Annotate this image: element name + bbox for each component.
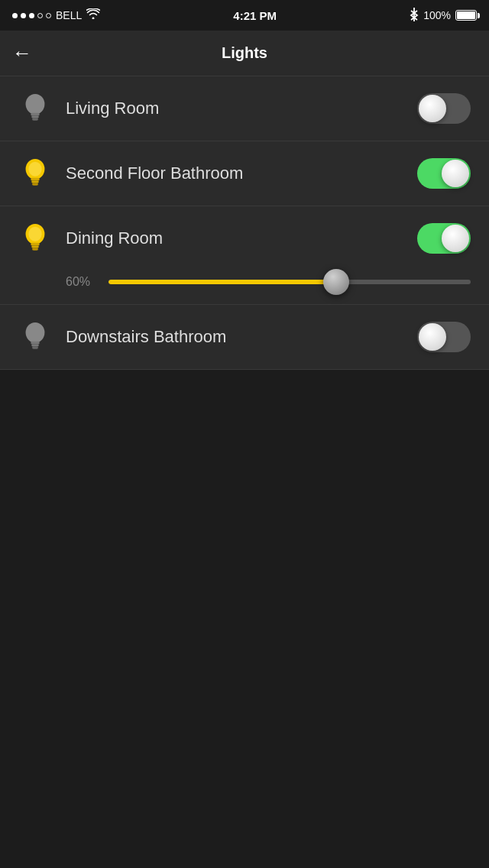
list-item: Downstairs Bathroom — [0, 305, 489, 370]
svg-point-1 — [26, 94, 45, 115]
toggle-knob — [442, 160, 469, 187]
slider-track-container[interactable] — [108, 280, 471, 284]
back-arrow-icon: ← — [12, 41, 32, 65]
toggle-dining-room[interactable] — [417, 223, 471, 254]
slider-fill — [108, 280, 325, 284]
back-button[interactable]: ← — [12, 41, 32, 65]
toggle-downstairs[interactable] — [417, 322, 471, 352]
list-item: Dining Room 60% — [0, 206, 489, 305]
battery-percent: 100% — [423, 9, 451, 21]
light-name-downstairs: Downstairs Bathroom — [66, 326, 403, 348]
svg-point-7 — [28, 162, 41, 177]
brightness-label: 60% — [66, 275, 98, 289]
svg-rect-20 — [31, 345, 39, 347]
bulb-icon-living-room — [18, 92, 52, 125]
svg-rect-14 — [31, 243, 39, 246]
list-item: Second Floor Bathroom — [0, 141, 489, 206]
bulb-icon-dining-room — [18, 222, 52, 255]
light-name-living-room: Living Room — [66, 98, 403, 120]
dining-room-top: Dining Room — [18, 222, 471, 255]
svg-point-18 — [26, 322, 45, 343]
battery-fill — [457, 11, 475, 19]
light-name-second-floor: Second Floor Bathroom — [66, 163, 403, 185]
status-left: BELL — [12, 8, 100, 22]
svg-rect-8 — [31, 178, 39, 181]
lights-list: Living Room Second Floor Bathroom — [0, 76, 489, 370]
bulb-icon-second-floor — [18, 157, 52, 190]
bluetooth-icon — [410, 8, 419, 24]
status-bar: BELL 4:21 PM 100% — [0, 0, 489, 31]
signal-dots — [12, 13, 51, 18]
svg-point-11 — [32, 184, 38, 186]
svg-point-13 — [28, 227, 41, 241]
carrier-label: BELL — [56, 9, 82, 21]
svg-point-22 — [32, 348, 38, 349]
signal-dot-2 — [21, 13, 26, 18]
svg-rect-9 — [31, 181, 39, 183]
svg-rect-3 — [31, 116, 39, 118]
status-right: 100% — [410, 8, 477, 24]
slider-track — [108, 280, 471, 284]
toggle-second-floor[interactable] — [417, 158, 471, 189]
toggle-knob — [419, 95, 446, 122]
signal-dot-5 — [46, 13, 51, 18]
list-item: Living Room — [0, 76, 489, 141]
brightness-slider-row: 60% — [18, 275, 471, 289]
toggle-living-room[interactable] — [417, 93, 471, 124]
wifi-icon — [86, 8, 100, 22]
signal-dot-3 — [29, 13, 34, 18]
svg-point-17 — [32, 249, 38, 251]
svg-rect-19 — [31, 342, 39, 345]
bulb-icon-downstairs — [18, 320, 52, 354]
svg-point-5 — [32, 119, 38, 121]
light-name-dining-room: Dining Room — [66, 228, 403, 250]
battery-icon — [455, 10, 477, 21]
nav-bar: ← Lights — [0, 31, 489, 76]
status-time: 4:21 PM — [233, 9, 277, 22]
page-title: Lights — [222, 44, 267, 62]
signal-dot-1 — [12, 13, 18, 18]
signal-dot-4 — [37, 13, 43, 18]
toggle-knob — [442, 225, 469, 252]
svg-rect-2 — [31, 113, 39, 116]
toggle-knob — [419, 323, 446, 351]
slider-knob[interactable] — [323, 269, 349, 295]
svg-rect-15 — [31, 246, 39, 248]
bottom-area — [0, 370, 489, 523]
